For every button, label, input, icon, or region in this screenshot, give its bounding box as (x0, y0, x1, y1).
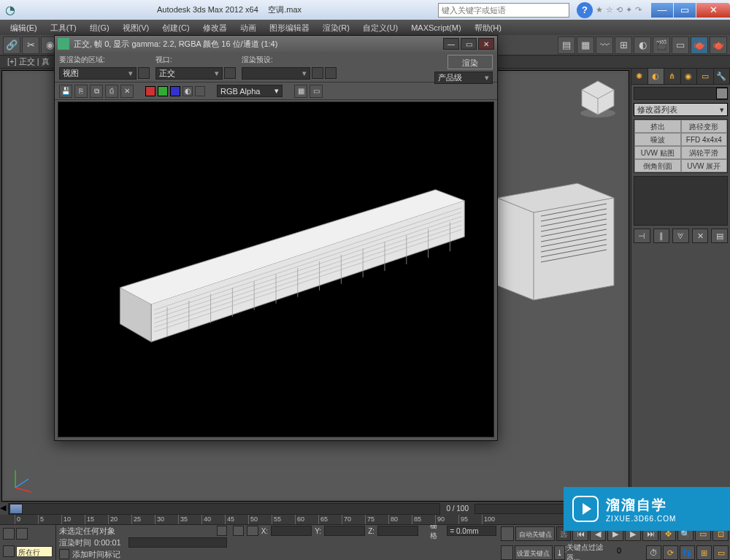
mod-pathdeform-button[interactable]: 路径变形 (681, 120, 728, 133)
menu-grapheditors[interactable]: 图形编辑器 (264, 23, 315, 34)
link-icon[interactable]: 🔗 (3, 37, 20, 54)
graphite-icon[interactable]: ▦ (577, 37, 594, 54)
maximize-button[interactable]: ▭ (674, 3, 696, 18)
preset-btn2-icon[interactable] (325, 67, 337, 79)
layers-icon[interactable]: ▤ (558, 37, 575, 54)
tab-utilities-icon[interactable]: 🔧 (714, 69, 731, 84)
tab-modify-icon[interactable]: ◐ (648, 69, 665, 84)
mod-ffd-button[interactable]: FFD 4x4x4 (681, 133, 728, 146)
tab-motion-icon[interactable]: ◉ (681, 69, 698, 84)
nav-region-icon[interactable]: ▭ (713, 545, 729, 560)
menu-create[interactable]: 创建(C) (156, 23, 195, 34)
menu-customize[interactable]: 自定义(U) (357, 23, 404, 34)
menu-render[interactable]: 渲染(R) (317, 23, 356, 34)
modifier-stack[interactable] (634, 176, 728, 226)
mod-extrude-button[interactable]: 挤出 (634, 120, 681, 133)
viewport-lock-icon[interactable] (224, 67, 236, 79)
render-window-titlebar[interactable]: 正交, 帧 0, 显示 gamma: 2.2, RGBA 颜色 16 位/通道 … (55, 36, 497, 52)
save-image-icon[interactable]: 💾 (59, 85, 72, 98)
render-window-close[interactable]: ✕ (478, 38, 494, 50)
timeline-slider-left-icon[interactable]: ◀ (0, 503, 9, 515)
configure-sets-icon[interactable]: ▤ (711, 229, 728, 243)
time-slider-thumb[interactable] (9, 504, 23, 514)
nav-maximize-icon[interactable]: ⊞ (696, 545, 712, 560)
copy-image-icon[interactable]: ⎘ (74, 85, 88, 98)
clear-image-icon[interactable]: ✕ (120, 85, 134, 98)
openlistener-icon[interactable] (16, 528, 28, 540)
viewcube[interactable] (576, 77, 620, 120)
current-frame-input[interactable]: 0 (617, 546, 645, 559)
make-unique-icon[interactable]: ⩔ (672, 229, 689, 243)
menu-modifiers[interactable]: 修改器 (197, 23, 233, 34)
close-button[interactable]: ✕ (696, 3, 730, 18)
listener-input[interactable] (128, 537, 227, 548)
z-input[interactable] (377, 526, 418, 536)
toggle-overlay-icon[interactable]: ▦ (294, 85, 307, 98)
region-dropdown[interactable]: 视图▾ (59, 67, 137, 80)
mod-uvwmap-button[interactable]: UVW 贴图 (634, 146, 681, 159)
toggle-ui-icon[interactable]: ▭ (310, 85, 323, 98)
tab-hierarchy-icon[interactable]: ⋔ (664, 69, 681, 84)
show-end-result-icon[interactable]: ∥ (653, 229, 670, 243)
help-search-input[interactable] (438, 3, 569, 18)
abs-rel-icon[interactable] (247, 526, 258, 536)
nav-orbit-icon[interactable]: ⟳ (663, 545, 678, 560)
help-button[interactable]: ? (577, 2, 593, 18)
object-color-swatch[interactable] (716, 88, 728, 99)
render-window-maximize[interactable]: ▭ (461, 38, 477, 50)
add-marker-label[interactable]: 添加时间标记 (72, 549, 120, 560)
channel-red-swatch[interactable] (145, 86, 155, 96)
time-config-icon[interactable]: ⏱ (646, 545, 661, 560)
menu-help[interactable]: 帮助(H) (469, 23, 507, 34)
menu-view[interactable]: 视图(V) (117, 23, 155, 34)
menu-group[interactable]: 组(G) (84, 23, 115, 34)
render-window-minimize[interactable]: — (443, 38, 459, 50)
keymode-icon[interactable] (501, 526, 514, 541)
render-button[interactable]: 渲染 (447, 55, 493, 69)
add-time-tag-icon[interactable] (59, 549, 69, 559)
render-icon[interactable]: 🫖 (691, 37, 708, 54)
menu-edit[interactable]: 编辑(E) (4, 23, 43, 34)
region-edit-icon[interactable] (138, 67, 150, 79)
mod-noise-button[interactable]: 噪波 (634, 133, 681, 146)
object-name-input[interactable] (634, 87, 728, 100)
render-canvas[interactable] (58, 101, 494, 437)
autokey-button[interactable]: 自动关键点 (515, 526, 555, 541)
remove-modifier-icon[interactable]: ✕ (692, 229, 709, 243)
viewport-label[interactable]: [+] 正交 | 真 (4, 56, 53, 67)
minimize-button[interactable]: — (651, 3, 673, 18)
curve-editor-icon[interactable]: 〰 (596, 37, 613, 54)
x-input[interactable] (271, 526, 312, 536)
channel-dropdown[interactable]: RGB Alpha▾ (217, 85, 283, 97)
material-icon[interactable]: ◐ (634, 37, 651, 54)
pin-stack-icon[interactable]: ⊣ (634, 229, 650, 243)
setkey-button[interactable]: 设置关键点 (515, 545, 552, 560)
clone-image-icon[interactable]: ⧉ (90, 85, 103, 98)
lock-icon[interactable] (233, 526, 244, 536)
viewport-dropdown[interactable]: 正交▾ (155, 67, 223, 80)
keyshape-icon[interactable] (501, 545, 513, 560)
modifier-list-dropdown[interactable]: 修改器列表 ▾ (634, 103, 728, 116)
scripting-icon[interactable] (3, 528, 15, 540)
preset-btn1-icon[interactable] (312, 67, 323, 79)
render-setup-icon[interactable]: 🎬 (653, 37, 670, 54)
unlink-icon[interactable]: ✂ (22, 37, 39, 54)
render-last-icon[interactable]: 🫖 (710, 37, 727, 54)
render-output-dropdown[interactable]: 产品级▾ (434, 72, 493, 84)
mod-turbosmooth-button[interactable]: 涡轮平滑 (681, 146, 728, 159)
print-image-icon[interactable]: ⎙ (105, 85, 118, 98)
tab-create-icon[interactable]: ✺ (631, 69, 648, 84)
y-input[interactable] (324, 526, 365, 536)
channel-blue-swatch[interactable] (170, 86, 180, 96)
isolate-icon[interactable] (3, 545, 15, 557)
time-slider[interactable] (9, 503, 440, 515)
alpha-icon[interactable]: ◐ (182, 86, 193, 96)
keyfilter-icon[interactable]: ⤓ (554, 545, 565, 560)
mono-icon[interactable] (195, 86, 205, 96)
menu-tools[interactable]: 工具(T) (45, 23, 82, 34)
tab-display-icon[interactable]: ▭ (697, 69, 714, 84)
mod-uvwunwrap-button[interactable]: UVW 展开 (681, 159, 728, 172)
rendered-frame-icon[interactable]: ▭ (672, 37, 689, 54)
lock-selection-icon[interactable] (217, 526, 227, 536)
menu-maxscript[interactable]: MAXScript(M) (405, 23, 466, 32)
